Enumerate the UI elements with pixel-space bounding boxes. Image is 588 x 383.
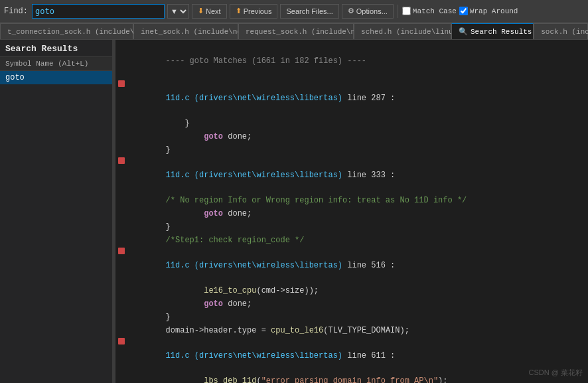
marker (117, 157, 126, 164)
code-text: goto done; (127, 131, 585, 143)
code-text: } (127, 144, 585, 156)
match-case-checkbox[interactable] (402, 7, 411, 15)
error-icon (118, 157, 125, 164)
tabs-bar: t_connection_sock.h (include\net) inet_s… (0, 23, 588, 40)
code-text: /*Step1: check region_code */ (127, 234, 585, 246)
tab-sock-h[interactable]: sock.h (inc (534, 23, 588, 39)
code-text: } (127, 117, 585, 129)
tab-sched-h[interactable]: sched.h (include\linux) (354, 23, 451, 39)
left-panel: Search Results Symbol Name (Alt+L) goto (0, 40, 113, 383)
code-text: goto done; (127, 298, 585, 310)
error-icon (118, 338, 125, 345)
tab-label: Search Results (471, 28, 532, 36)
prev-arrow-icon: ⬆ (236, 7, 242, 15)
result-code-line: goto done; (115, 207, 588, 220)
tab-t-connection-sock[interactable]: t_connection_sock.h (include\net) (0, 23, 133, 39)
result-code-line: } (115, 220, 588, 234)
code-text: le16_to_cpu(cmd->size)); (127, 285, 585, 297)
result-code-line: } (115, 143, 588, 157)
match-case-label[interactable]: Match Case (402, 7, 457, 15)
find-dropdown[interactable]: ▼ (167, 4, 189, 19)
result-line: 11d.c (drivers\net\wireless\libertas) li… (115, 80, 588, 117)
result-code-line: goto done; (115, 297, 588, 311)
result-file-ref[interactable]: 11d.c (drivers\net\wireless\libertas) li… (127, 157, 585, 193)
tab-label: request_sock.h (include\net) (246, 28, 368, 36)
tab-label: t_connection_sock.h (include\net) (7, 28, 152, 36)
tab-search-results[interactable]: 🔍 Search Results × (451, 23, 534, 39)
result-code-line: lbs_deb_11d("error parsing domain_info f… (115, 374, 588, 383)
tab-inet-sock[interactable]: inet_sock.h (include\net) (133, 23, 238, 39)
toolbar: Find: ▼ ⬇ Next ⬆ Previous Search Files..… (0, 0, 588, 23)
code-text: /* No region Info or Wrong region info: … (127, 194, 585, 206)
result-code-line: goto done; (115, 130, 588, 143)
options-button[interactable]: ⚙ Options... (342, 4, 394, 19)
next-button[interactable]: ⬇ Next (192, 4, 227, 19)
wrap-around-label[interactable]: Wrap Around (459, 7, 518, 15)
results-header-line: ---- goto Matches (1661 in 182 files) --… (115, 42, 588, 80)
find-input[interactable] (32, 4, 165, 19)
result-code-line: } (115, 311, 588, 324)
symbol-header: Symbol Name (Alt+L) (0, 57, 112, 71)
next-arrow-icon: ⬇ (198, 7, 204, 15)
gear-icon: ⚙ (348, 7, 354, 15)
result-code-line: le16_to_cpu(cmd->size)); (115, 284, 588, 297)
tab-label: sock.h (inc (541, 28, 588, 36)
find-label: Find: (4, 7, 28, 16)
right-panel: ---- goto Matches (1661 in 182 files) --… (115, 40, 588, 383)
result-code-line: /* No region Info or Wrong region info: … (115, 194, 588, 207)
code-text: } (127, 221, 585, 233)
result-file-ref[interactable]: 11d.c (drivers\net\wireless\libertas) li… (127, 248, 585, 283)
result-code-line: /*Step1: check region_code */ (115, 234, 588, 247)
watermark: CSDN @ 菜花籽 (529, 368, 583, 378)
result-line: 11d.c (drivers\net\wireless\libertas) li… (115, 247, 588, 284)
search-results-icon: 🔍 (459, 27, 468, 36)
marker (117, 338, 126, 345)
search-files-button[interactable]: Search Files... (280, 4, 338, 19)
result-file-ref[interactable]: 11d.c (drivers\net\wireless\libertas) li… (127, 338, 585, 374)
tab-label: sched.h (include\linux) (361, 28, 462, 36)
tab-request-sock[interactable]: request_sock.h (include\net) (238, 23, 354, 39)
code-text: goto done; (127, 208, 585, 220)
prev-button[interactable]: ⬆ Previous (230, 4, 278, 19)
code-text: domain->header.type = cpu_to_le16(TLV_TY… (127, 325, 585, 337)
marker (117, 248, 126, 254)
results-header-text: ---- goto Matches (1661 in 182 files) --… (127, 43, 585, 79)
code-text: lbs_deb_11d("error parsing domain_info f… (127, 375, 585, 383)
result-line: 11d.c (drivers\net\wireless\libertas) li… (115, 157, 588, 194)
code-text: } (127, 311, 585, 323)
error-icon (118, 248, 125, 254)
left-list: goto (0, 71, 112, 383)
marker (117, 80, 126, 87)
tab-label: inet_sock.h (include\net) (141, 28, 250, 36)
result-line: 11d.c (drivers\net\wireless\libertas) li… (115, 337, 588, 374)
list-item-goto[interactable]: goto (0, 71, 112, 84)
result-code-line: domain->header.type = cpu_to_le16(TLV_TY… (115, 324, 588, 337)
separator (398, 5, 398, 18)
wrap-around-checkbox[interactable] (459, 7, 468, 15)
panel-title: Search Results (0, 40, 112, 57)
result-file-ref[interactable]: 11d.c (drivers\net\wireless\libertas) li… (127, 80, 585, 116)
error-icon (118, 80, 125, 87)
result-code-line: } (115, 117, 588, 130)
main-area: Search Results Symbol Name (Alt+L) goto … (0, 40, 588, 383)
